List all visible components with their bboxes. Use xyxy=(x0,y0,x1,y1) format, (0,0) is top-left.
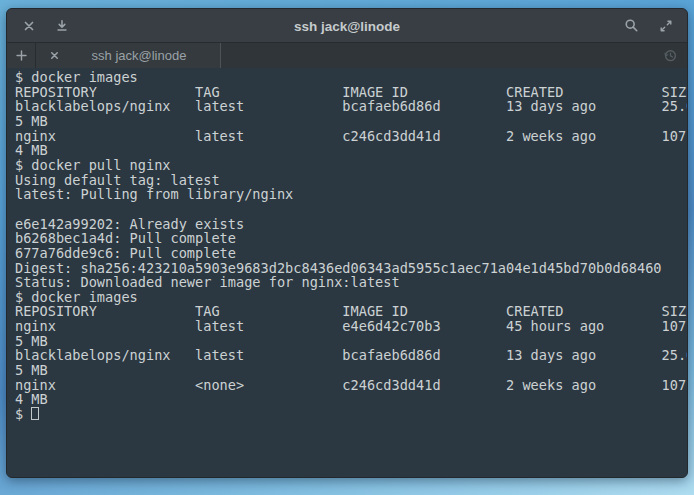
terminal-line: REPOSITORY TAG IMAGE ID CREATED SIZE xyxy=(15,85,687,100)
terminal-line: $ docker pull nginx xyxy=(15,158,687,173)
titlebar-right-controls xyxy=(622,17,675,35)
terminal-line: $ docker images xyxy=(15,290,687,305)
search-button[interactable] xyxy=(622,17,640,35)
terminal-line: nginx <none> c246cd3dd41d 2 weeks ago 10… xyxy=(15,378,687,393)
terminal-line: 5 MB xyxy=(15,334,687,349)
terminal-line: Status: Downloaded newer image for nginx… xyxy=(15,275,687,290)
terminal-line: 4 MB xyxy=(15,143,687,158)
tab-label: ssh jack@linode xyxy=(68,48,210,63)
terminal-line: 5 MB xyxy=(15,114,687,129)
terminal-line: blacklabelops/nginx latest bcafaeb6d86d … xyxy=(15,348,687,363)
terminal-prompt-line: $ xyxy=(15,407,687,422)
terminal-line: 4 MB xyxy=(15,392,687,407)
tab-bar: ssh jack@linode xyxy=(7,42,687,68)
terminal-output[interactable]: $ docker imagesREPOSITORY TAG IMAGE ID C… xyxy=(7,68,687,478)
close-icon xyxy=(22,19,36,33)
terminal-line: Using default tag: latest xyxy=(15,173,687,188)
x-icon xyxy=(49,50,60,61)
terminal-line: blacklabelops/nginx latest bcafaeb6d86d … xyxy=(15,99,687,114)
tab-close-button[interactable] xyxy=(46,48,62,64)
terminal-window: ssh jack@linode xyxy=(6,8,688,478)
terminal-line: REPOSITORY TAG IMAGE ID CREATED SIZE xyxy=(15,304,687,319)
history-clock-icon xyxy=(663,48,678,63)
new-tab-button[interactable] xyxy=(7,43,36,68)
terminal-line: 677a76dde9c6: Pull complete xyxy=(15,246,687,261)
terminal-cursor xyxy=(31,407,39,420)
terminal-line: nginx latest e4e6d42c70b3 45 hours ago 1… xyxy=(15,319,687,334)
window-download-button[interactable] xyxy=(53,17,71,35)
titlebar-left-controls xyxy=(20,17,71,35)
plus-icon xyxy=(15,49,28,62)
maximize-button[interactable] xyxy=(657,17,675,35)
session-history-button[interactable] xyxy=(653,43,687,68)
terminal-line: b6268bec1a4d: Pull complete xyxy=(15,231,687,246)
terminal-scrollback: $ docker imagesREPOSITORY TAG IMAGE ID C… xyxy=(15,70,687,407)
titlebar: ssh jack@linode xyxy=(7,9,687,42)
terminal-line: nginx latest c246cd3dd41d 2 weeks ago 10… xyxy=(15,129,687,144)
terminal-line xyxy=(15,202,687,217)
terminal-line: Digest: sha256:423210a5903e9683d2bc8436e… xyxy=(15,261,687,276)
window-close-button[interactable] xyxy=(20,17,38,35)
terminal-line: 5 MB xyxy=(15,363,687,378)
search-icon xyxy=(624,18,639,33)
tab-ssh-jack-linode[interactable]: ssh jack@linode xyxy=(36,43,221,68)
maximize-icon xyxy=(659,19,673,33)
window-title: ssh jack@linode xyxy=(294,18,400,33)
download-icon xyxy=(55,19,69,33)
terminal-line: e6e142a99202: Already exists xyxy=(15,217,687,232)
terminal-line: latest: Pulling from library/nginx xyxy=(15,187,687,202)
terminal-line: $ docker images xyxy=(15,70,687,85)
shell-prompt: $ xyxy=(15,407,31,422)
tabbar-empty-space xyxy=(221,43,653,68)
